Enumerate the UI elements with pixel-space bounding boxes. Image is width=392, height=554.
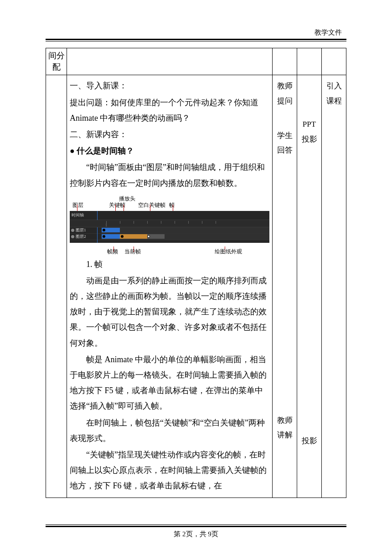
col1-header: 间分配 bbox=[46, 48, 67, 75]
table-content-row: 一、导入新课： 提出问题：如何使库里的一个个元件动起来？你知道 Animate … bbox=[46, 75, 346, 498]
frame-para-4: “关键帧”指呈现关键性动作或内容变化的帧，在时间轴上以实心原点表示，在时间轴上需… bbox=[70, 447, 269, 494]
timeline-ruler: 1 bbox=[70, 220, 269, 227]
layer-name: 图层2 bbox=[76, 233, 86, 241]
main-content-cell: 一、导入新课： 提出问题：如何使库里的一个个元件动起来？你知道 Animate … bbox=[67, 75, 273, 498]
frame-para-1: 动画是由一系列的静止画面按一定的顺序排列而成的，这些静止的画面称为帧。当帧以一定… bbox=[70, 273, 269, 351]
frame-para-3: 在时间轴上，帧包括“关键帧”和“空白关键帧”两种表现形式。 bbox=[70, 415, 269, 446]
intro-question: 提出问题：如何使库里的一个个元件动起来？你知道 Animate 中有哪些种类的动… bbox=[70, 95, 269, 126]
timeline-title: 时间轴 bbox=[72, 211, 84, 219]
label-frame-rate: 帧频 bbox=[107, 246, 118, 257]
figure-bottom-labels: 帧频 当前帧 绘图纸外观 bbox=[70, 243, 269, 255]
callout-line bbox=[173, 205, 173, 211]
col4-header bbox=[297, 48, 322, 75]
subsection-1-frame: 1. 帧 bbox=[70, 256, 269, 272]
layer-visibility-icon bbox=[71, 229, 74, 232]
footer-page-pre: 第 bbox=[174, 530, 182, 538]
lesson-table: 间分配 一、导入新课： 提出问题：如何使库里的一个个元件动起来？你知道 Anim… bbox=[46, 48, 346, 498]
header-rule-thin bbox=[46, 41, 346, 41]
label-keyframe: 关键帧 bbox=[109, 200, 125, 210]
table-header-row: 间分配 bbox=[46, 48, 346, 75]
header-rule-thick bbox=[46, 39, 346, 40]
callout-line bbox=[77, 205, 77, 211]
label-frame: 帧 bbox=[169, 200, 175, 210]
purpose-intro: 引入课程 bbox=[325, 79, 343, 108]
callout-line bbox=[124, 205, 124, 211]
section-1-heading: 一、导入新课： bbox=[70, 78, 269, 93]
col5-header bbox=[322, 48, 346, 75]
callout-line bbox=[115, 205, 116, 211]
footer-page-post: 页 bbox=[211, 530, 218, 538]
label-current-frame: 当前帧 bbox=[124, 246, 141, 257]
header-doc-type: 教学文件 bbox=[46, 28, 346, 39]
label-blank-keyframe: 空白关键帧 bbox=[138, 200, 165, 210]
activity-column: 教师提问 学生回答 教师讲解 bbox=[273, 75, 297, 498]
timeline-toolbar: 时间轴 bbox=[70, 211, 269, 220]
timeline-layer-row: 图层2 bbox=[70, 234, 269, 240]
label-layer: 图层 bbox=[72, 200, 83, 210]
media-projection: 投影 bbox=[300, 434, 319, 448]
activity-student-answer: 学生回答 bbox=[275, 128, 294, 158]
footer-page-number: 2 bbox=[182, 530, 186, 538]
frame-para-2: 帧是 Animate 中最小的单位的单幅影响画面，相当于电影胶片上的每一格镜头。… bbox=[70, 352, 269, 414]
activity-teacher-explain: 教师讲解 bbox=[275, 413, 294, 443]
col1-body bbox=[46, 75, 67, 498]
media-ppt: PPT投影 bbox=[300, 117, 319, 147]
footer-rule-thin bbox=[46, 524, 346, 525]
timeline-panel: 时间轴 1 图层1 bbox=[70, 211, 269, 243]
page-footer: 第 2页，共 9页 bbox=[46, 518, 346, 539]
label-onion-skin: 绘图纸外观 bbox=[215, 246, 242, 257]
footer-page-total: 9 bbox=[208, 530, 211, 538]
figure-top-labels: 图层 播放头 关键帧 空白关键帧 帧 bbox=[70, 194, 269, 211]
activity-teacher-ask: 教师提问 bbox=[275, 79, 294, 108]
bullet-what-is-timeline: ● 什么是时间轴？ bbox=[70, 143, 269, 159]
col3-header bbox=[273, 48, 297, 75]
callout-line bbox=[150, 205, 150, 211]
media-column: PPT投影 投影 bbox=[297, 75, 322, 498]
timeline-definition: “时间轴”面板由“图层”和时间轴组成，用于组织和控制影片内容在一定时间内播放的层… bbox=[70, 159, 269, 190]
section-2-heading: 二、新课内容： bbox=[70, 127, 269, 142]
footer-rule-thick bbox=[46, 526, 346, 527]
footer-page-mid: 页，共 bbox=[186, 530, 208, 538]
col2-header bbox=[67, 48, 273, 75]
purpose-column: 引入课程 bbox=[322, 75, 346, 498]
layer-visibility-icon bbox=[71, 235, 74, 238]
timeline-figure: 图层 播放头 关键帧 空白关键帧 帧 时间轴 bbox=[70, 194, 269, 255]
